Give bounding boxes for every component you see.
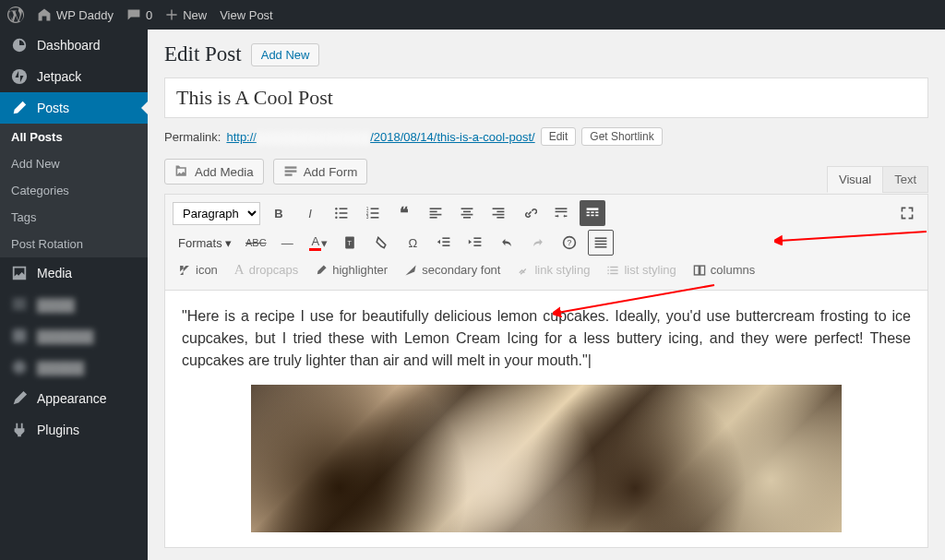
undo-icon[interactable] xyxy=(494,230,520,256)
svg-rect-48 xyxy=(474,241,482,243)
add-media-label: Add Media xyxy=(195,165,254,179)
strikethrough-icon[interactable]: ABC xyxy=(243,230,269,256)
svg-rect-32 xyxy=(496,217,504,219)
bullet-list-icon[interactable] xyxy=(329,200,354,226)
svg-rect-14 xyxy=(340,217,348,219)
indent-icon[interactable] xyxy=(462,230,488,256)
shortlink-button[interactable]: Get Shortlink xyxy=(581,127,662,146)
svg-rect-33 xyxy=(556,208,568,209)
sidebar-item-blurred-1[interactable]: ▓▓▓▓ xyxy=(0,289,148,320)
add-media-button[interactable]: Add Media xyxy=(164,159,264,185)
svg-point-9 xyxy=(335,208,337,209)
post-image[interactable] xyxy=(251,385,842,532)
link-icon[interactable] xyxy=(517,200,543,226)
justify-icon[interactable] xyxy=(588,230,614,256)
sub-categories[interactable]: Categories xyxy=(0,177,148,204)
svg-rect-16 xyxy=(371,208,379,209)
svg-rect-61 xyxy=(611,272,618,273)
permalink-edit-button[interactable]: Edit xyxy=(541,127,577,146)
site-name[interactable]: WP Daddy xyxy=(37,7,114,22)
toolbar-row-3: icon Adropcaps highlighter secondary fon… xyxy=(173,259,920,280)
media-label: Media xyxy=(37,266,72,280)
ext-linkstyling-button[interactable]: link styling xyxy=(511,260,595,280)
dashboard-label: Dashboard xyxy=(37,38,101,53)
ext-columns-button[interactable]: columns xyxy=(688,260,760,280)
svg-rect-54 xyxy=(595,244,607,245)
add-form-label: Add Form xyxy=(304,165,358,179)
ext-icon-button[interactable]: icon xyxy=(173,260,223,280)
toolbar-row-1: Paragraph B I 123 ❝ xyxy=(173,200,920,226)
paragraph-select[interactable]: Paragraph xyxy=(173,202,260,225)
textcolor-icon[interactable]: A▾ xyxy=(305,230,331,256)
svg-rect-20 xyxy=(371,217,379,219)
new-link[interactable]: New xyxy=(165,8,207,22)
sub-post-rotation[interactable]: Post Rotation xyxy=(0,231,148,257)
svg-rect-57 xyxy=(611,266,618,267)
number-list-icon[interactable]: 123 xyxy=(360,200,386,226)
bold-icon[interactable]: B xyxy=(266,200,292,226)
sidebar-item-appearance[interactable]: Appearance xyxy=(0,383,148,414)
svg-rect-24 xyxy=(430,217,437,219)
readmore-icon[interactable] xyxy=(548,200,574,226)
content-area: Edit Post Add New Permalink: http://▓▓▓▓… xyxy=(148,30,945,560)
specialchar-icon[interactable]: Ω xyxy=(400,230,425,256)
align-center-icon[interactable] xyxy=(454,200,480,226)
add-form-button[interactable]: Add Form xyxy=(273,159,368,185)
tab-visual[interactable]: Visual xyxy=(827,166,883,193)
fullscreen-icon[interactable] xyxy=(894,200,920,226)
paste-text-icon[interactable]: T xyxy=(337,230,363,256)
svg-rect-45 xyxy=(443,241,450,243)
permalink-label: Permalink: xyxy=(164,130,221,144)
ext-highlighter-button[interactable]: highlighter xyxy=(309,260,393,280)
comments-count: 0 xyxy=(146,8,152,22)
align-right-icon[interactable] xyxy=(485,200,511,226)
svg-point-11 xyxy=(335,212,337,214)
editor-content[interactable]: "Here is a recipe I use for beautifully … xyxy=(165,291,927,547)
clear-formatting-icon[interactable] xyxy=(368,230,394,256)
sidebar-item-blurred-3[interactable]: ▓▓▓▓▓ xyxy=(0,351,148,383)
blockquote-icon[interactable]: ❝ xyxy=(391,200,417,226)
sub-add-new[interactable]: Add New xyxy=(0,150,148,177)
align-left-icon[interactable] xyxy=(423,200,449,226)
svg-rect-4 xyxy=(13,329,26,342)
sub-tags[interactable]: Tags xyxy=(0,204,148,231)
svg-point-5 xyxy=(13,361,26,374)
sidebar-item-dashboard[interactable]: Dashboard xyxy=(0,30,148,61)
sidebar-item-media[interactable]: Media xyxy=(0,257,148,289)
svg-text:T: T xyxy=(348,239,353,247)
hr-icon[interactable]: — xyxy=(274,230,300,256)
italic-icon[interactable]: I xyxy=(297,200,323,226)
svg-rect-3 xyxy=(13,307,26,310)
svg-rect-35 xyxy=(587,208,599,209)
add-new-button[interactable]: Add New xyxy=(251,43,320,66)
svg-rect-58 xyxy=(608,269,609,270)
tab-text[interactable]: Text xyxy=(882,166,928,193)
sidebar-item-jetpack[interactable]: Jetpack xyxy=(0,61,148,92)
post-title-input[interactable] xyxy=(164,77,928,118)
ext-secondaryfont-button[interactable]: secondary font xyxy=(399,260,506,280)
svg-rect-22 xyxy=(430,211,437,213)
svg-rect-49 xyxy=(474,244,482,246)
wp-logo[interactable] xyxy=(7,6,24,23)
outdent-icon[interactable] xyxy=(431,230,457,256)
svg-rect-63 xyxy=(700,266,704,275)
svg-text:3: 3 xyxy=(366,215,369,220)
formats-select[interactable]: Formats ▾ xyxy=(173,233,237,253)
sub-all-posts[interactable]: All Posts xyxy=(0,124,148,150)
site-name-label: WP Daddy xyxy=(56,8,114,22)
view-post-label: View Post xyxy=(220,8,273,22)
svg-rect-10 xyxy=(340,208,348,209)
sidebar-item-plugins[interactable]: Plugins xyxy=(0,414,148,446)
svg-rect-31 xyxy=(493,214,505,216)
ext-dropcaps-button[interactable]: Adropcaps xyxy=(229,259,304,280)
comments-link[interactable]: 0 xyxy=(126,7,152,22)
sidebar-item-posts[interactable]: Posts xyxy=(0,92,148,124)
help-icon[interactable]: ? xyxy=(556,230,582,256)
permalink-url[interactable]: http://▓▓▓▓▓▓▓▓▓▓▓▓▓/2018/08/14/this-is-… xyxy=(226,130,534,144)
svg-rect-36 xyxy=(587,211,590,213)
ext-liststyling-button[interactable]: list styling xyxy=(601,260,681,280)
toolbar-toggle-icon[interactable] xyxy=(580,200,605,226)
sidebar-item-blurred-2[interactable]: ▓▓▓▓▓▓ xyxy=(0,320,148,351)
view-post-link[interactable]: View Post xyxy=(220,8,273,22)
redo-icon[interactable] xyxy=(525,230,551,256)
